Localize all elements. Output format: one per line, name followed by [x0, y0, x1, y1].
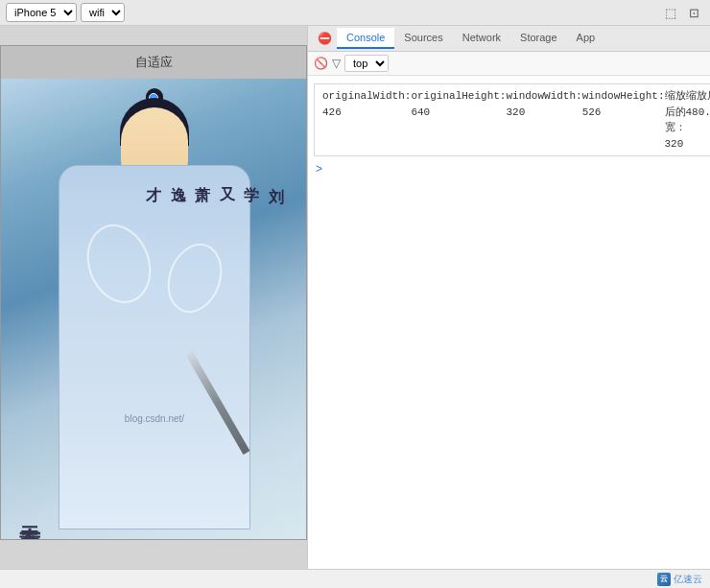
phone-frame: 自适应 刘 学 又	[0, 45, 307, 540]
yisu-text: 亿速云	[674, 573, 702, 586]
tab-app[interactable]: App	[567, 28, 605, 49]
console-arrow[interactable]: >	[308, 160, 710, 177]
phone-image: 刘 学 又 萧 逸 才 青云志 blog.csdn.net/	[1, 79, 307, 539]
network-dropdown[interactable]: wifi	[81, 3, 125, 22]
tab-console[interactable]: Console	[337, 28, 394, 49]
console-output: originalWidth: 426 originalHeight: 640 w…	[308, 76, 710, 569]
inspect-icon[interactable]: ⊡	[683, 2, 704, 23]
tab-sources[interactable]: Sources	[394, 28, 452, 49]
console-line-5: 缩放后的宽：320	[665, 88, 686, 152]
stop-icon[interactable]: 🚫	[314, 57, 328, 70]
phone-header: 自适应	[1, 46, 306, 79]
top-toolbar: iPhone 5 wifi ⬚ ⊡	[0, 0, 710, 26]
tab-network[interactable]: Network	[453, 28, 510, 49]
devtools-panel: ⛔ Console Sources Network Storage App 🚫 …	[307, 26, 710, 569]
devtools-icons: ⛔	[312, 30, 337, 47]
console-line-2: originalHeight: 640	[411, 88, 506, 120]
phone-panel: 自适应 刘 学 又	[0, 26, 307, 569]
filter-icon[interactable]: ▽	[332, 57, 341, 70]
console-output-block: originalWidth: 426 originalHeight: 640 w…	[314, 83, 710, 156]
watermark: blog.csdn.net/	[125, 413, 184, 424]
console-toolbar: 🚫 ▽ top ▼ ☐ Pres	[308, 52, 710, 76]
block-icon[interactable]: ⛔	[316, 30, 333, 47]
character-figure	[20, 88, 289, 529]
filter-dropdown[interactable]: top	[344, 55, 389, 72]
main-area: 自适应 刘 学 又	[0, 26, 710, 569]
device-selector: iPhone 5 wifi	[6, 3, 125, 22]
device-dropdown[interactable]: iPhone 5	[6, 3, 77, 22]
bottom-bar: 云 亿速云	[0, 569, 710, 588]
yisu-icon: 云	[657, 573, 671, 586]
cursor-icon[interactable]: ⬚	[660, 2, 681, 23]
character-robe	[59, 165, 250, 529]
yisu-logo: 云 亿速云	[657, 573, 702, 586]
topbar-actions: ⬚ ⊡	[660, 2, 704, 23]
console-line-4: windowHeight: 526	[582, 88, 665, 120]
console-line-1: originalWidth: 426	[322, 88, 411, 120]
character-illustration	[1, 79, 307, 539]
phone-title: 自适应	[135, 55, 173, 69]
tab-storage[interactable]: Storage	[510, 28, 567, 49]
console-line-6: 缩放后的高：480.7511737089202	[686, 88, 711, 120]
console-line-3: windowWidth: 320	[506, 88, 581, 120]
devtools-tabs: ⛔ Console Sources Network Storage App	[308, 26, 710, 52]
